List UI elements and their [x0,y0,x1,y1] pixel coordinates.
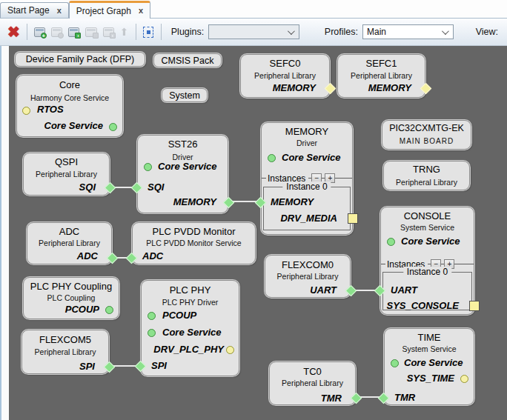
node-sefc1[interactable]: SEFC1 Peripheral Library MEMORY [337,54,425,98]
node-subtitle: MAIN BOARD [382,137,471,145]
node-title: QSPI [24,156,109,167]
delete-icon[interactable]: ✖ [4,24,23,39]
cmsis-pack-button[interactable]: CMSIS Pack [153,53,222,67]
port-sys-time: SYS_TIME [407,373,454,384]
satisfied-port-icon[interactable] [148,329,156,337]
capability-port-icon[interactable] [351,393,362,404]
instance-0-legend: Instance 0 [403,267,451,277]
node-pvdd-monitor[interactable]: PLC PVDD Monitor PLC PVDD Monitor Servic… [132,222,256,264]
satisfied-port-icon[interactable] [148,312,156,320]
plugins-label: Plugins: [171,27,204,37]
tab-start-page-label: Start Page [7,5,50,16]
node-flexcom5[interactable]: FLEXCOM5 Peripheral Library SPI [21,330,109,374]
node-tc0[interactable]: TC0 Peripheral Library TMR [269,361,356,405]
fit-view-icon[interactable] [143,27,153,38]
node-core[interactable]: Core Harmony Core Service RTOS Core Serv… [16,75,123,137]
satisfied-port-icon[interactable] [144,163,152,171]
tab-project-graph[interactable]: Project Graph x [69,1,150,19]
node-subtitle: Peripheral Library [384,178,469,187]
node-subtitle: Driver [262,139,352,147]
satisfied-port-icon[interactable] [268,154,276,162]
dependency-port-icon[interactable] [126,253,138,264]
instance-0-legend: Instance 0 [282,181,331,192]
dfp-pack-button[interactable]: Device Family Pack (DFP) [15,52,145,67]
port-drv-plc-phy: DRV_PLC_PHY [153,344,224,355]
node-plc-phy[interactable]: PLC PHY PLC PHY Driver PCOUP Core Servic… [141,280,239,376]
chevron-down-icon [442,27,449,35]
toolbar-separator [27,24,27,40]
close-icon[interactable]: x [139,7,143,15]
capability-port-icon[interactable] [325,83,337,95]
node-title: PLC PHY [142,284,239,296]
node-subtitle: Peripheral Library [265,272,350,281]
node-sefc0[interactable]: SEFC0 Peripheral Library MEMORY [240,54,330,98]
node-title: PIC32CXMTG-EK [382,123,471,133]
system-button[interactable]: System [162,88,208,102]
capability-port-icon[interactable] [223,197,235,209]
node-subtitle: Peripheral Library [22,347,108,356]
node-title: ADC [27,226,111,237]
optional-port-icon[interactable] [460,375,468,383]
satisfied-port-icon[interactable] [387,238,395,246]
port-sqi: SQI [148,181,164,193]
capability-port-icon[interactable] [420,83,432,95]
instance-0-group: Instance 0 [263,187,351,230]
optional-port-icon[interactable] [226,346,234,354]
view-label: View: [476,27,498,37]
node-qspi[interactable]: QSPI Peripheral Library SQI [23,153,110,196]
export-window-icon[interactable]: ‹ [103,27,114,37]
node-subtitle: PLC Coupling [24,293,119,302]
node-trng[interactable]: TRNG Peripheral Library [383,161,470,190]
port-core-service: Core Service [158,161,217,172]
dependency-port-icon[interactable] [131,182,143,194]
node-subtitle: PLC PHY Driver [142,298,239,307]
satisfied-port-icon[interactable] [109,123,117,131]
node-flexcom0[interactable]: FLEXCOM0 Peripheral Library UART [265,255,351,298]
optional-port-icon[interactable] [22,107,30,115]
satisfied-port-icon[interactable] [391,359,399,367]
tab-start-page[interactable]: Start Page x [0,2,69,18]
graph-toolbar: ✖ + › ‹ ⬆ Plugins: Profiles: Main View: [0,19,507,46]
node-time[interactable]: TIME System Service Core Service SYS_TIM… [384,328,474,405]
satisfied-port-icon[interactable] [105,306,113,314]
plugins-dropdown[interactable] [208,24,299,39]
profiles-dropdown[interactable]: Main [362,24,454,39]
add-window-icon[interactable]: + [34,27,45,37]
node-plc-coupling[interactable]: PLC PHY Coupling PLC Coupling PCOUP [23,277,119,319]
node-title: TC0 [270,366,355,377]
node-title: SEFC1 [338,58,425,69]
graph-canvas[interactable]: Device Family Pack (DFP) CMSIS Pack Syst… [9,46,507,420]
dependency-port-icon[interactable] [135,361,147,373]
node-memory[interactable]: MEMORY Driver Core Service Instances − +… [261,122,353,235]
port-memory: MEMORY [173,196,216,207]
node-sst26[interactable]: SST26 Driver Core Service SQI MEMORY [137,135,228,213]
port-core-service: Core Service [282,152,341,163]
generic-capability-icon[interactable] [469,301,480,311]
port-memory: MEMORY [273,82,316,93]
port-core-service: Core Service [44,120,104,131]
check-window-icon[interactable] [85,27,96,37]
node-title: CONSOLE [381,210,474,221]
node-adc[interactable]: ADC Peripheral Library ADC [27,222,112,264]
remove-window-icon[interactable] [51,27,62,37]
capability-port-icon[interactable] [105,182,116,194]
node-title: Core [17,79,122,90]
generic-capability-icon[interactable] [348,213,358,224]
capability-port-icon[interactable] [345,285,357,297]
port-core-service: Core Service [401,236,460,247]
node-subtitle: PLC PVDD Monitor Service [133,239,255,247]
import-window-icon[interactable]: › [68,27,79,37]
capability-port-icon[interactable] [104,361,116,373]
port-core-service: Core Service [404,357,463,368]
node-subtitle: Peripheral Library [241,71,329,80]
node-console[interactable]: CONSOLE System Service Core Service Inst… [380,207,474,315]
node-board[interactable]: PIC32CXMTG-EK MAIN BOARD [382,120,471,150]
move-up-icon[interactable]: ⬆ [120,27,129,37]
close-icon[interactable]: x [57,7,62,15]
node-title: SST26 [138,139,228,150]
dependency-port-icon[interactable] [378,393,390,404]
node-title: SEFC0 [241,58,329,69]
profiles-label: Profiles: [325,27,358,37]
capability-port-icon[interactable] [107,253,119,264]
toolbar-separator [136,24,136,40]
